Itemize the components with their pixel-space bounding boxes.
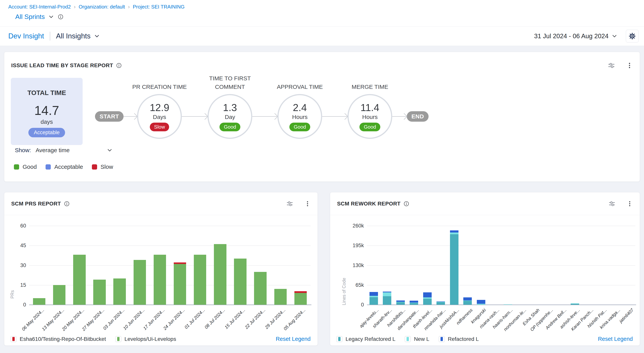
chevron-down-icon[interactable] [106,147,113,154]
bar-segment[interactable] [370,292,378,296]
bar-segment[interactable] [113,278,126,305]
filters-button[interactable] [608,62,615,69]
bar-segment[interactable] [254,272,266,305]
y-axis-tick-label: 0 [5,302,26,308]
date-range-picker[interactable]: 31 Jul 2024 - 06 Aug 2024 [534,32,618,40]
bar-segment[interactable] [33,298,46,305]
breadcrumb-item[interactable]: Account: SEI-Internal-Prod2 [8,4,71,10]
bar-segment[interactable] [410,302,418,303]
card-title: SCM REWORK REPORT [337,201,400,207]
bar-segment[interactable] [214,244,226,305]
legend-item[interactable]: Slow [92,164,113,170]
breadcrumb-item[interactable]: Project: SEI TRAINING [133,4,184,10]
more-options-button[interactable] [627,201,633,207]
bar-segment[interactable] [477,300,485,304]
prs-chart-legend: Esha610/Testing-Repo-Of-BitbucketLevelop… [10,336,310,342]
bar-segment[interactable] [370,296,378,297]
info-icon[interactable] [403,201,410,207]
bar-segment[interactable] [294,293,307,305]
bar-segment[interactable] [571,303,579,304]
bar-segment[interactable] [477,304,485,305]
total-time-unit: days [11,118,82,125]
sprint-selector[interactable]: All Sprints [15,13,644,20]
bar-segment[interactable] [463,300,472,301]
sliders-icon [286,200,293,207]
bar-segment[interactable] [423,292,432,298]
bar-segment[interactable] [154,255,166,305]
flow-arrow [182,116,208,117]
stage-circle[interactable]: 11.4HoursGood [348,94,392,139]
bar-segment[interactable] [396,300,405,302]
legend-item[interactable]: Acceptable [46,164,83,170]
legend-item[interactable]: Legacy Refactored L [336,336,395,342]
info-icon[interactable] [58,14,64,20]
bar-segment[interactable] [53,285,66,305]
bar-segment[interactable] [410,301,418,302]
y-axis-tick-label: 60 [5,223,26,229]
breadcrumb-item[interactable]: Organization: default [78,4,125,10]
bar-segment[interactable] [194,255,206,305]
bar-segment[interactable] [73,255,86,305]
bar-segment[interactable] [423,299,432,305]
filters-button[interactable] [608,200,616,207]
card-header: SCM REWORK REPORT [330,192,640,215]
bar-segment[interactable] [436,302,445,302]
bar-segment[interactable] [174,262,186,264]
filters-button[interactable] [286,200,293,207]
bar-segment[interactable] [383,296,391,305]
bar-segment[interactable] [423,298,432,298]
bar-segment[interactable] [134,260,146,305]
stage-circle[interactable]: 2.4HoursGood [278,94,322,139]
vertical-divider [50,32,50,40]
reset-legend-link[interactable]: Reset Legend [598,336,633,342]
insights-dropdown-label[interactable]: All Insights [56,32,90,40]
breadcrumb: Account: SEI-Internal-Prod2›Organization… [8,4,644,10]
bar-segment[interactable] [504,304,512,305]
bar-segment[interactable] [383,292,391,292]
legend-item[interactable]: Good [14,164,37,170]
chevron-down-icon[interactable] [48,14,54,20]
sprint-selector-label[interactable]: All Sprints [15,13,45,20]
show-value[interactable]: Average time [36,147,70,154]
bar-segment[interactable] [234,258,246,305]
bar-segment[interactable] [463,298,472,300]
more-options-button[interactable] [626,62,633,69]
legend-item[interactable]: Levelops/Ui-Levelops [115,336,176,342]
gridline [29,226,310,226]
date-range-label[interactable]: 31 Jul 2024 - 06 Aug 2024 [534,32,608,40]
bar-segment[interactable] [383,292,391,296]
bar-segment[interactable] [436,302,445,302]
bar-segment[interactable] [571,304,579,305]
bar-segment[interactable] [410,303,418,305]
info-icon[interactable] [64,201,70,207]
total-time-status-badge: Acceptable [28,128,65,137]
bar-segment[interactable] [294,291,307,293]
bar-segment[interactable] [436,302,445,305]
chevron-down-icon[interactable] [611,33,618,40]
legend-item[interactable]: New L [404,336,429,342]
legend-item[interactable]: Esha610/Testing-Repo-Of-Bitbucket [10,336,106,342]
bar-segment[interactable] [450,234,458,305]
bar-segment[interactable] [463,301,472,305]
dev-insight-link[interactable]: Dev Insight [8,32,44,40]
bar-segment[interactable] [274,289,287,305]
info-icon[interactable] [116,62,122,68]
more-options-button[interactable] [304,201,310,207]
bar-segment[interactable] [370,297,378,305]
insights-dropdown[interactable]: All Insights [56,32,100,40]
reset-legend-link[interactable]: Reset Legend [276,336,310,342]
stage-circle[interactable]: 12.9DaysSlow [137,94,182,139]
stage-circle[interactable]: 1.3DayGood [208,94,252,139]
bar-segment[interactable] [450,232,458,234]
bar-segment[interactable] [396,302,405,305]
bar-segment[interactable] [396,302,405,302]
bar-segment[interactable] [93,280,106,305]
legend-item[interactable]: Refactored L [438,336,479,342]
chevron-down-icon[interactable] [94,33,100,40]
bar-segment[interactable] [174,264,186,305]
legend-label: Levelops/Ui-Levelops [124,336,176,342]
legend-label: Slow [100,164,113,170]
settings-button[interactable] [626,30,638,42]
show-selector[interactable]: Show: Average time [15,147,113,154]
bar-segment[interactable] [450,230,458,232]
